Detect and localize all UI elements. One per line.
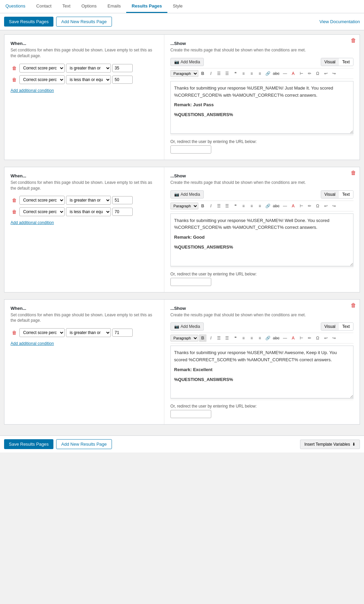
strikethrough-btn-3[interactable]: abc xyxy=(272,334,280,342)
condition-3-1-delete[interactable]: 🗑 xyxy=(11,329,18,336)
strikethrough-btn-2[interactable]: abc xyxy=(272,202,280,210)
add-condition-1-button[interactable]: Add additional condition xyxy=(11,88,54,93)
dash-btn-1[interactable]: — xyxy=(281,70,289,77)
align-center-2[interactable]: ≡ xyxy=(248,202,255,210)
condition-2-2-delete[interactable]: 🗑 xyxy=(11,208,18,215)
link-btn-3[interactable]: 🔗 xyxy=(264,334,272,342)
text-tab-1[interactable]: Text xyxy=(339,58,353,66)
delete-card-2-button[interactable]: 🗑 xyxy=(351,170,356,176)
paragraph-select-2[interactable]: Paragraph xyxy=(170,203,198,209)
paragraph-select-1[interactable]: Paragraph xyxy=(170,70,198,77)
editor-resize-3[interactable] xyxy=(170,398,353,400)
bold-btn-2[interactable]: B xyxy=(199,202,206,210)
tab-options[interactable]: Options xyxy=(76,0,102,13)
add-new-results-page-button-bottom[interactable]: Add New Results Page xyxy=(56,439,112,449)
omega-btn-1[interactable]: Ω xyxy=(314,70,321,77)
editor-area-3[interactable]: Thanks for submitting your response %USE… xyxy=(170,346,353,398)
tab-emails[interactable]: Emails xyxy=(102,0,126,13)
condition-2-2-metric[interactable]: Correct score perc xyxy=(19,207,65,216)
tab-style[interactable]: Style xyxy=(167,0,188,13)
add-condition-3-button[interactable]: Add additional condition xyxy=(11,341,54,346)
condition-1-2-metric[interactable]: Correct score perc xyxy=(19,75,65,84)
align-left-2[interactable]: ≡ xyxy=(240,202,247,210)
view-documentation-link[interactable]: View Documentation xyxy=(319,19,360,24)
table-btn-1[interactable]: ⊢ xyxy=(298,70,305,77)
link-btn-2[interactable]: 🔗 xyxy=(264,202,272,210)
italic-btn-2[interactable]: I xyxy=(207,202,215,210)
add-media-2-button[interactable]: 📷 Add Media xyxy=(170,190,204,198)
align-center-3[interactable]: ≡ xyxy=(248,334,255,342)
align-right-2[interactable]: ≡ xyxy=(256,202,264,210)
ol-btn-1[interactable]: ☰ xyxy=(215,70,223,77)
condition-2-1-delete[interactable]: 🗑 xyxy=(11,197,18,204)
quote-btn-2[interactable]: ❝ xyxy=(232,202,239,210)
insert-template-variables-button[interactable]: Insert Template Variables ⬇ xyxy=(300,440,360,449)
dash-btn-3[interactable]: — xyxy=(281,334,289,342)
visual-tab-3[interactable]: Visual xyxy=(321,323,339,330)
undo-btn-1[interactable]: ↩ xyxy=(322,70,330,77)
condition-1-1-value[interactable] xyxy=(112,64,133,72)
delete-card-1-button[interactable]: 🗑 xyxy=(351,37,356,44)
redirect-input-1[interactable] xyxy=(170,145,211,154)
tab-contact[interactable]: Contact xyxy=(31,0,57,13)
align-center-1[interactable]: ≡ xyxy=(248,70,255,77)
condition-2-1-value[interactable] xyxy=(112,196,133,204)
condition-1-2-operator[interactable]: is less than or equ is greater than or xyxy=(66,75,111,84)
condition-1-1-metric[interactable]: Correct score perc xyxy=(19,64,65,73)
condition-3-1-metric[interactable]: Correct score perc xyxy=(19,328,65,337)
bold-btn-1[interactable]: B xyxy=(199,70,206,77)
pencil-btn-3[interactable]: ✏ xyxy=(306,334,313,342)
align-right-3[interactable]: ≡ xyxy=(256,334,264,342)
visual-tab-2[interactable]: Visual xyxy=(321,191,339,198)
visual-tab-1[interactable]: Visual xyxy=(321,58,339,66)
condition-1-2-delete[interactable]: 🗑 xyxy=(11,76,18,83)
add-media-3-button[interactable]: 📷 Add Media xyxy=(170,322,204,331)
undo-btn-3[interactable]: ↩ xyxy=(322,334,330,342)
delete-card-3-button[interactable]: 🗑 xyxy=(351,302,356,308)
ul-btn-2[interactable]: ☰ xyxy=(224,202,231,210)
italic-btn-1[interactable]: I xyxy=(207,70,215,77)
bold-btn-3[interactable]: B xyxy=(199,334,206,342)
condition-1-1-delete[interactable]: 🗑 xyxy=(11,65,18,71)
pencil-btn-1[interactable]: ✏ xyxy=(306,70,313,77)
tab-text[interactable]: Text xyxy=(57,0,76,13)
font-color-btn-1[interactable]: A xyxy=(289,70,297,77)
condition-2-1-metric[interactable]: Correct score perc xyxy=(19,196,65,205)
add-media-1-button[interactable]: 📷 Add Media xyxy=(170,58,204,66)
text-tab-3[interactable]: Text xyxy=(339,323,353,330)
condition-3-1-operator[interactable]: is greater than or is less than or equ xyxy=(66,328,111,337)
redo-btn-2[interactable]: ↪ xyxy=(330,202,338,210)
align-left-1[interactable]: ≡ xyxy=(240,70,247,77)
condition-3-1-value[interactable] xyxy=(112,329,133,337)
table-btn-2[interactable]: ⊢ xyxy=(298,202,305,210)
add-condition-2-button[interactable]: Add additional condition xyxy=(11,220,54,225)
pencil-btn-2[interactable]: ✏ xyxy=(306,202,313,210)
redo-btn-1[interactable]: ↪ xyxy=(330,70,338,77)
link-btn-1[interactable]: 🔗 xyxy=(264,70,272,77)
condition-2-2-operator[interactable]: is less than or equ is greater than or xyxy=(66,207,111,216)
align-right-1[interactable]: ≡ xyxy=(256,70,264,77)
undo-btn-2[interactable]: ↩ xyxy=(322,202,330,210)
paragraph-select-3[interactable]: Paragraph xyxy=(170,335,198,341)
tab-questions[interactable]: Questions xyxy=(0,0,31,13)
save-results-pages-button-bottom[interactable]: Save Results Pages xyxy=(4,439,53,449)
quote-btn-1[interactable]: ❝ xyxy=(232,70,239,77)
ol-btn-3[interactable]: ☰ xyxy=(215,334,223,342)
condition-1-1-operator[interactable]: is greater than or is less than or equ xyxy=(66,64,111,73)
condition-1-2-value[interactable] xyxy=(112,76,133,84)
font-color-btn-3[interactable]: A xyxy=(289,334,297,342)
text-tab-2[interactable]: Text xyxy=(339,191,353,198)
add-new-results-page-button-top[interactable]: Add New Results Page xyxy=(56,17,112,27)
editor-resize-1[interactable] xyxy=(170,134,353,136)
ol-btn-2[interactable]: ☰ xyxy=(215,202,223,210)
editor-area-1[interactable]: Thanks for submitting your response %USE… xyxy=(170,81,353,134)
tab-results-pages[interactable]: Results Pages xyxy=(126,0,167,13)
editor-resize-2[interactable] xyxy=(170,266,353,268)
redirect-input-2[interactable] xyxy=(170,278,211,286)
redirect-input-3[interactable] xyxy=(170,410,211,418)
dash-btn-2[interactable]: — xyxy=(281,202,289,210)
font-color-btn-2[interactable]: A xyxy=(289,202,297,210)
omega-btn-2[interactable]: Ω xyxy=(314,202,321,210)
quote-btn-3[interactable]: ❝ xyxy=(232,334,239,342)
ul-btn-1[interactable]: ☰ xyxy=(224,70,231,77)
